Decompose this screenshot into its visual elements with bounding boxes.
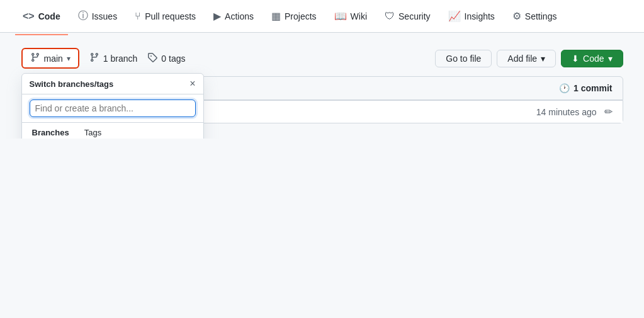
dropdown-title: Switch branches/tags	[30, 79, 114, 89]
toolbar-left: main ▾ 1 branch 0 tags	[21, 48, 186, 69]
tag-count-link[interactable]: 0 tags	[147, 52, 185, 64]
dropdown-header: Switch branches/tags ×	[22, 74, 203, 94]
branch-dropdown: Switch branches/tags × Branches Tags ✓	[21, 73, 204, 139]
branch-search-input[interactable]	[30, 99, 196, 117]
projects-icon: ▦	[271, 10, 281, 22]
nav-label-insights: Insights	[465, 11, 495, 21]
nav-item-actions[interactable]: ▶ Actions	[206, 5, 261, 27]
add-file-button[interactable]: Add file ▾	[497, 50, 556, 67]
security-icon: 🛡	[385, 11, 395, 22]
chevron-down-icon: ▾	[67, 54, 71, 63]
wiki-icon: 📖	[334, 10, 347, 22]
add-file-chevron-icon: ▾	[541, 54, 545, 64]
branch-count-text: 1 branch	[103, 54, 137, 64]
toolbar-right: Go to file Add file ▾ ⬇ Code ▾	[435, 50, 623, 67]
dropdown-search-container	[22, 94, 203, 123]
nav-label-code: Code	[38, 11, 60, 21]
branch-name: main	[44, 54, 63, 64]
clock-icon: 🕐	[559, 83, 570, 93]
tag-count-text: 0 tags	[161, 54, 185, 64]
nav-label-issues: Issues	[92, 11, 117, 21]
nav-item-settings[interactable]: ⚙ Settings	[505, 5, 565, 27]
nav-label-security: Security	[398, 11, 431, 21]
nav-item-projects[interactable]: ▦ Projects	[264, 5, 324, 27]
code-icon: <>	[23, 11, 35, 22]
repo-toolbar: main ▾ 1 branch 0 tags	[21, 48, 623, 69]
branch-button[interactable]: main ▾	[21, 48, 79, 69]
branch-count-link[interactable]: 1 branch	[89, 52, 137, 64]
nav-item-security[interactable]: 🛡 Security	[377, 6, 438, 27]
nav-item-wiki[interactable]: 📖 Wiki	[327, 5, 375, 27]
nav-item-insights[interactable]: 📈 Insights	[441, 5, 502, 27]
tab-branches[interactable]: Branches	[25, 123, 77, 139]
tag-icon	[147, 52, 157, 64]
code-label: Code	[583, 54, 604, 64]
tab-tags-label: Tags	[84, 128, 101, 137]
tab-branches-label: Branches	[32, 128, 69, 137]
code-chevron-icon: ▾	[608, 54, 613, 64]
file-commit-time: 14 minutes ago	[536, 107, 597, 117]
commit-count: 1 commit	[573, 83, 612, 93]
nav-label-settings: Settings	[525, 11, 557, 21]
go-to-file-button[interactable]: Go to file	[435, 50, 492, 67]
download-icon: ⬇	[572, 54, 579, 64]
issues-icon: ⓘ	[78, 9, 88, 23]
branch-icon	[30, 52, 40, 64]
nav-item-issues[interactable]: ⓘ Issues	[71, 4, 125, 28]
main-content: main ▾ 1 branch 0 tags	[1, 33, 643, 139]
nav-item-code[interactable]: <> Code	[15, 6, 68, 27]
code-button[interactable]: ⬇ Code ▾	[561, 50, 623, 67]
dropdown-tabs: Branches Tags	[22, 123, 203, 139]
nav-label-pull-requests: Pull requests	[145, 11, 196, 21]
settings-icon: ⚙	[512, 10, 521, 22]
add-file-label: Add file	[507, 54, 537, 64]
go-to-file-label: Go to file	[446, 54, 481, 64]
commit-right: 🕐 1 commit	[559, 83, 612, 93]
top-nav: <> Code ⓘ Issues ⑂ Pull requests ▶ Actio…	[0, 0, 644, 33]
insights-icon: 📈	[448, 10, 461, 22]
actions-icon: ▶	[213, 10, 221, 22]
nav-label-projects: Projects	[285, 11, 317, 21]
nav-label-actions: Actions	[225, 11, 254, 21]
edit-icon[interactable]: ✏	[604, 106, 613, 118]
dropdown-close-button[interactable]: ×	[189, 79, 195, 89]
pull-requests-icon: ⑂	[135, 11, 141, 22]
tab-tags[interactable]: Tags	[77, 123, 109, 139]
nav-item-pull-requests[interactable]: ⑂ Pull requests	[127, 6, 203, 27]
nav-label-wiki: Wiki	[351, 11, 367, 21]
branch-count-icon	[89, 52, 99, 64]
